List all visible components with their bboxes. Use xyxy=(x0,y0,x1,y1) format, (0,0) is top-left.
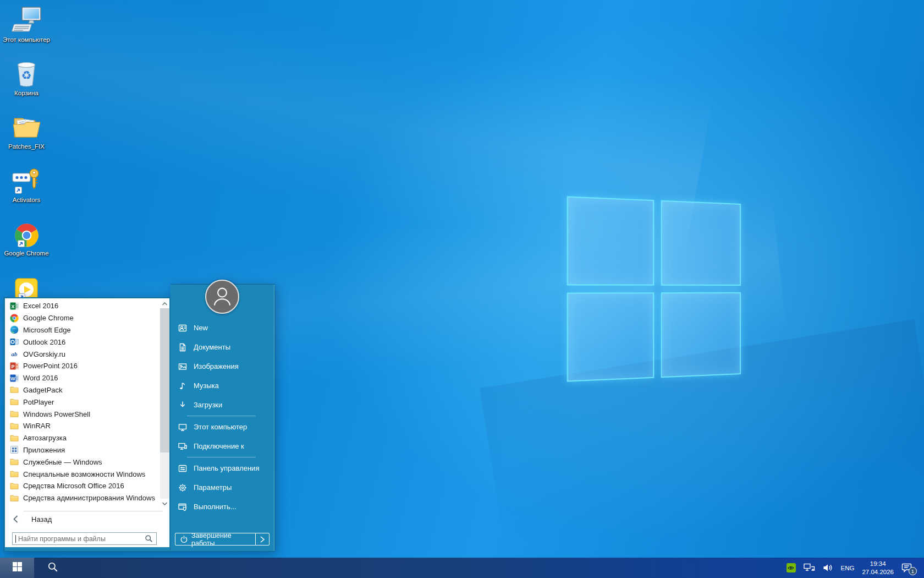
start-right-item-run[interactable]: Выполнить... xyxy=(170,497,274,516)
start-menu: XExcel 2016Google ChromeMicrosoft EdgeOu… xyxy=(4,284,275,552)
program-item-label: GadgetPack xyxy=(23,386,63,394)
chrome-icon xyxy=(14,219,39,248)
program-item-windows-powershell[interactable]: Windows PowerShell xyxy=(7,408,158,420)
start-right-item-connect-to[interactable]: Подключение к xyxy=(170,437,274,456)
start-right-item-label: Документы xyxy=(194,343,230,351)
apps-icon xyxy=(10,445,19,454)
program-item-system-windows[interactable]: Служебные — Windows xyxy=(7,456,158,468)
program-item-autostart[interactable]: Автозагрузка xyxy=(7,432,158,444)
start-right-item-pictures[interactable]: Изображения xyxy=(170,357,274,376)
folder-icon xyxy=(10,482,19,490)
back-separator xyxy=(24,511,163,511)
nvidia-tray-icon[interactable] xyxy=(787,563,796,572)
search-input[interactable] xyxy=(16,533,145,544)
program-item-outlook-2016[interactable]: Outlook 2016 xyxy=(7,336,158,348)
start-right-item-music[interactable]: Музыка xyxy=(170,376,274,395)
folder-icon xyxy=(10,457,19,466)
shutdown-options-arrow[interactable] xyxy=(255,533,269,545)
start-right-item-label: Изображения xyxy=(194,362,239,370)
right-panel-separator xyxy=(170,456,274,459)
excel-icon: X xyxy=(10,302,19,310)
shutdown-label: Завершение работы xyxy=(191,532,255,547)
program-item-word-2016[interactable]: WWord 2016 xyxy=(7,372,158,384)
settings-icon xyxy=(177,483,188,493)
start-right-item-documents[interactable]: Документы xyxy=(170,337,274,357)
taskbar-search-button[interactable] xyxy=(34,558,72,578)
program-item-powerpoint-2016[interactable]: PPowerPoint 2016 xyxy=(7,360,158,372)
downloads-icon xyxy=(177,400,188,410)
program-item-label: Excel 2016 xyxy=(23,302,58,310)
key-icon xyxy=(12,166,41,194)
back-button[interactable]: Назад xyxy=(5,512,169,526)
program-item-potplayer[interactable]: PotPlayer xyxy=(7,396,158,408)
outlook-icon xyxy=(10,337,19,346)
folder-icon xyxy=(10,410,19,418)
folder-icon xyxy=(10,494,19,503)
shortcut-arrow-icon xyxy=(15,187,22,194)
start-right-item-settings[interactable]: Параметры xyxy=(170,478,274,497)
start-button[interactable] xyxy=(0,558,34,578)
right-panel-separator xyxy=(170,415,274,417)
program-item-accessibility-windows[interactable]: Специальные возможности Windows xyxy=(7,468,158,480)
desktop-icon-recycle-bin[interactable]: ♻Корзина xyxy=(2,58,51,111)
desktop-icon-patches-fix[interactable]: Patches_FIX xyxy=(2,111,51,165)
scrollbar-thumb[interactable] xyxy=(160,308,169,452)
program-item-ovgorskiy-ru[interactable]: abOVGorskiy.ru xyxy=(7,348,158,360)
start-menu-right-panel: NewДокументыИзображенияМузыкаЗагрузкиЭто… xyxy=(170,284,275,552)
program-item-apps[interactable]: Приложения xyxy=(7,444,158,456)
desktop-icon-google-chrome[interactable]: Google Chrome xyxy=(2,218,51,271)
tray-date: 27.04.2026 xyxy=(862,568,894,576)
svg-text:X: X xyxy=(11,303,14,309)
shutdown-button[interactable]: Завершение работы xyxy=(175,533,270,546)
program-item-label: Средства администрирования Windows xyxy=(23,494,155,502)
search-box[interactable] xyxy=(12,532,157,545)
program-item-excel-2016[interactable]: XExcel 2016 xyxy=(7,300,158,312)
user-avatar[interactable] xyxy=(205,280,239,314)
scrollbar[interactable] xyxy=(160,299,169,508)
tray-clock[interactable]: 19:34 27.04.2026 xyxy=(862,560,894,576)
start-right-item-label: Панель управления xyxy=(194,464,259,472)
program-item-microsoft-edge[interactable]: Microsoft Edge xyxy=(7,324,158,336)
scrollbar-track[interactable] xyxy=(160,308,169,499)
svg-text:W: W xyxy=(10,375,15,381)
desktop-icon-this-pc[interactable]: Этот компьютер xyxy=(2,4,51,58)
desktop-icon-label: Activators xyxy=(13,196,41,204)
word-icon: W xyxy=(10,374,19,383)
program-item-gadgetpack[interactable]: GadgetPack xyxy=(7,384,158,396)
start-right-item-this-computer[interactable]: Этот компьютер xyxy=(170,417,274,437)
program-item-google-chrome[interactable]: Google Chrome xyxy=(7,312,158,324)
language-indicator[interactable]: ENG xyxy=(841,565,855,571)
scrollbar-down-button[interactable] xyxy=(160,499,169,508)
svg-text:♻: ♻ xyxy=(21,69,32,82)
start-right-item-label: Загрузки xyxy=(194,401,222,409)
program-list-panel: XExcel 2016Google ChromeMicrosoft EdgeOu… xyxy=(5,298,169,547)
start-right-item-control-panel[interactable]: Панель управления xyxy=(170,459,274,478)
program-item-winrar[interactable]: WinRAR xyxy=(7,420,158,432)
search-icon xyxy=(145,535,153,543)
connect-icon xyxy=(177,441,188,451)
program-item-ms-office-tools[interactable]: Средства Microsoft Office 2016 xyxy=(7,480,158,492)
folder-icon xyxy=(10,397,19,406)
program-item-admin-tools[interactable]: Средства администрирования Windows xyxy=(7,492,158,504)
shortcut-arrow-icon xyxy=(18,240,25,247)
scrollbar-up-button[interactable] xyxy=(160,299,169,308)
back-label: Назад xyxy=(31,515,52,524)
volume-tray-icon[interactable] xyxy=(823,564,833,572)
back-chevron-icon xyxy=(12,515,19,524)
chrome-icon xyxy=(10,314,19,323)
start-right-item-user-new[interactable]: New xyxy=(170,318,274,337)
folder-icon xyxy=(10,422,19,430)
program-item-label: Специальные возможности Windows xyxy=(23,470,145,478)
start-right-item-downloads[interactable]: Загрузки xyxy=(170,395,274,415)
computer-icon xyxy=(177,422,188,432)
desktop-icon-activators[interactable]: Activators xyxy=(2,165,51,218)
user-icon xyxy=(177,323,188,333)
start-right-item-label: Подключение к xyxy=(194,442,244,450)
desktop-icon-label: Этот компьютер xyxy=(3,36,50,44)
desktop-icon-label: Корзина xyxy=(14,89,38,97)
program-item-label: Автозагрузка xyxy=(23,434,67,442)
network-tray-icon[interactable] xyxy=(804,563,815,572)
desktop-icon-label: Patches_FIX xyxy=(8,143,45,151)
system-tray: ENG 19:34 27.04.2026 1 xyxy=(787,558,924,578)
action-center-icon[interactable]: 1 xyxy=(901,563,912,572)
